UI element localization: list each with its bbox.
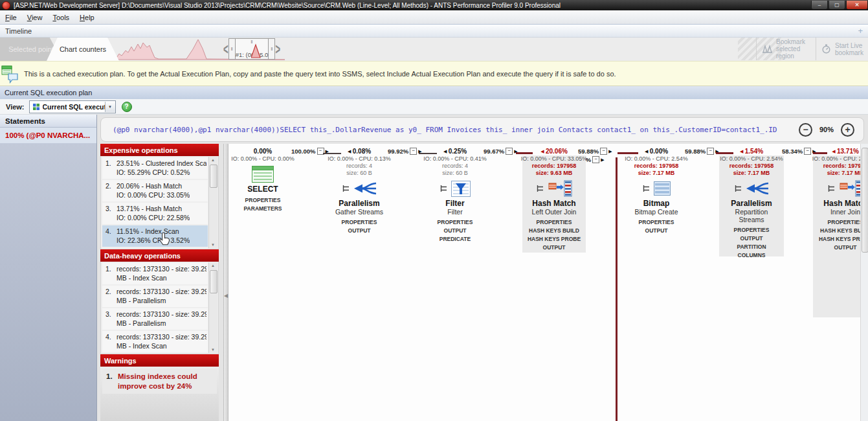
start-live-bookmark-button[interactable]: Start Live bookmark — [816, 38, 868, 60]
maximize-button[interactable]: ▢ — [829, 1, 845, 10]
region-left-chevron-icon[interactable]: < — [223, 40, 228, 58]
stopwatch-icon — [821, 44, 831, 54]
zoom-in-button[interactable]: + — [841, 123, 854, 137]
node-detail-link[interactable]: PROPERTIES — [537, 218, 572, 227]
sql-query-text[interactable]: (@p0 nvarchar(4000),@p1 nvarchar(4000))S… — [113, 126, 779, 134]
collapse-edge-icon[interactable]: − — [707, 148, 714, 155]
list-item[interactable]: 5. records: 197958 - size: 0.62 MB — [102, 354, 208, 354]
node-detail-link[interactable]: OUTPUT — [834, 244, 857, 252]
view-select[interactable]: Current SQL execution... ▼ — [29, 100, 116, 113]
help-icon[interactable]: ? — [122, 102, 132, 112]
scroll-down-icon[interactable]: ▼ — [209, 347, 217, 353]
scrollbar-thumb[interactable] — [210, 165, 217, 188]
plan-node-filter[interactable]: ◀ 0.25%IO: 0.00% - CPU: 0.41%records: 4s… — [406, 144, 504, 244]
collapse-edge-icon[interactable]: − — [410, 148, 417, 155]
menu-item[interactable]: Tools — [47, 12, 74, 23]
list-item[interactable]: 2. records: 1373130 - size: 39.29 MB - P… — [102, 286, 208, 307]
node-detail-link[interactable]: OUTPUT — [740, 234, 763, 243]
title-bar: [ASP.NET/Web Development Server] D:\Docu… — [0, 0, 868, 10]
chevron-down-icon[interactable]: ▼ — [105, 102, 115, 112]
list-item[interactable]: 4. records: 1373130 - size: 39.29 MB - I… — [102, 331, 208, 352]
zoom-level: 90% — [819, 126, 834, 133]
list-item[interactable]: 2. 20.06% - Hash Match IO: 0.00% CPU: 33… — [102, 180, 208, 201]
expand-node-icon[interactable] — [643, 185, 650, 192]
plan-node-parallelism[interactable]: ◀ 1.54%IO: 0.00% - CPU: 2.54%records: 19… — [703, 144, 800, 260]
node-detail-link[interactable]: PREDICATE — [440, 235, 471, 244]
node-detail-link[interactable]: OUTPUT — [543, 244, 566, 252]
node-detail-link[interactable]: HASH KEYS BUILD — [529, 227, 579, 235]
tab-chart-counters[interactable]: Chart counters — [47, 38, 119, 61]
region-left-handle[interactable]: ‖ — [228, 38, 236, 60]
scroll-up-icon[interactable]: ▲ — [209, 157, 217, 163]
node-detail-link[interactable]: OUTPUT — [444, 227, 467, 235]
scroll-up-icon[interactable]: ▲ — [209, 262, 217, 269]
node-detail-link[interactable]: HASH KEYS BUILD — [820, 227, 860, 235]
node-detail-link[interactable]: PROPERTIES — [342, 218, 377, 227]
collapse-edge-icon[interactable]: − — [600, 148, 607, 155]
bookmark-selected-region-button[interactable]: Bookmark selected region — [756, 38, 816, 60]
warning-item[interactable]: 1. Missing indexes could improve cost by… — [102, 369, 217, 394]
bookmark-icon — [762, 45, 772, 53]
parallelism-icon — [353, 181, 377, 196]
list-item[interactable]: 5. 11.51% - Index Scan — [102, 248, 208, 249]
region-right-handle[interactable]: ‖ — [268, 38, 275, 60]
list-item[interactable]: 4. 11.51% - Index Scan IO: 22.36% CPU: 3… — [102, 225, 208, 247]
canvas-scrollbar[interactable] — [860, 144, 868, 421]
edge-line — [419, 153, 437, 154]
collapse-edge-icon[interactable]: − — [592, 156, 599, 163]
scrollbar[interactable]: ▲ ▼ — [208, 157, 217, 248]
zoom-out-button[interactable]: − — [799, 123, 812, 137]
node-detail-link[interactable]: PARTITION — [737, 243, 766, 251]
collapse-left-icon[interactable]: ◀ — [224, 293, 228, 299]
execution-plan-canvas[interactable]: 0.00%IO: 0.00% - CPU: 0.00%SELECTPROPERT… — [228, 144, 860, 421]
menu-item[interactable]: View — [22, 12, 48, 23]
node-detail-link[interactable]: PROPERTIES — [245, 196, 281, 205]
list-item[interactable]: 1. records: 1373130 - size: 39.29 MB - I… — [102, 263, 208, 284]
node-detail-link[interactable]: HASH KEYS PROBE — [819, 235, 860, 244]
node-detail-link[interactable]: COLUMNS — [738, 251, 766, 260]
timeline-region-selector[interactable]: < ‖ ‖ #1: (00:35.0 ‖ > — [223, 38, 280, 60]
node-records: records: 4 — [346, 163, 372, 169]
sidebar-item-statement[interactable]: 100% (@P0 NVARCHA... — [0, 128, 96, 144]
node-title: Parallelism — [339, 199, 379, 208]
expand-node-icon[interactable] — [537, 185, 544, 192]
minimize-button[interactable]: – — [811, 1, 828, 10]
scrollbar[interactable]: ▲ ▼ — [208, 262, 217, 353]
node-detail-link[interactable]: PARAMETERS — [244, 205, 282, 213]
node-detail-link[interactable]: OUTPUT — [348, 227, 371, 235]
node-records: records: 197958 — [823, 163, 860, 169]
view-bar: View: Current SQL execution... ▼ ? — [0, 99, 868, 115]
scroll-down-icon[interactable]: ▼ — [209, 242, 217, 248]
menu-item[interactable]: File — [0, 12, 22, 23]
expand-node-icon[interactable] — [440, 185, 447, 192]
node-detail-link[interactable]: OUTPUT — [645, 227, 668, 235]
node-detail-link[interactable]: HASH KEYS PROBE — [528, 235, 581, 244]
node-detail-link[interactable]: PROPERTIES — [828, 218, 860, 227]
list-item[interactable]: 3. records: 1373130 - size: 39.29 MB - P… — [102, 308, 208, 330]
edge-percent-label: 58.34%−▶ — [782, 148, 816, 155]
view-label: View: — [6, 103, 25, 111]
collapse-edge-icon[interactable]: − — [506, 148, 513, 155]
region-body[interactable]: ‖ #1: (00:35.0 — [236, 38, 269, 60]
expand-node-icon[interactable] — [735, 185, 742, 192]
close-button[interactable]: ✕ — [846, 1, 868, 10]
view-icon — [32, 103, 40, 111]
node-detail-link[interactable]: PROPERTIES — [438, 218, 473, 227]
edge-line — [813, 152, 827, 154]
plan-node-hash-match[interactable]: ◀ 13.71%IO: 0.00% - CPU: 22.58%records: … — [797, 144, 860, 252]
node-detail-link[interactable]: PROPERTIES — [639, 218, 674, 227]
list-item[interactable]: 3. 13.71% - Hash Match IO: 0.00% CPU: 22… — [102, 203, 208, 224]
plan-node-bitmap[interactable]: ◀ 0.00%IO: 0.00% - CPU: 2.54%records: 19… — [608, 144, 705, 235]
node-detail-link[interactable]: PROPERTIES — [734, 226, 770, 234]
expand-node-icon[interactable] — [828, 185, 835, 192]
collapse-edge-icon[interactable]: − — [804, 148, 811, 155]
scrollbar-thumb[interactable] — [210, 270, 217, 293]
region-right-chevron-icon[interactable]: > — [275, 40, 280, 58]
scrollbar-thumb[interactable] — [862, 148, 868, 253]
list-item[interactable]: 1. 23.51% - Clustered Index Scan IO: 55.… — [102, 157, 208, 179]
expand-panel-icon[interactable]: + — [858, 26, 863, 36]
menu-item[interactable]: Help — [74, 12, 100, 23]
expand-node-icon[interactable] — [342, 185, 350, 192]
plan-node-parallelism[interactable]: ◀ 0.08%IO: 0.00% - CPU: 0.13%records: 4s… — [311, 144, 408, 235]
panel-splitter[interactable]: ◀ — [223, 144, 228, 421]
